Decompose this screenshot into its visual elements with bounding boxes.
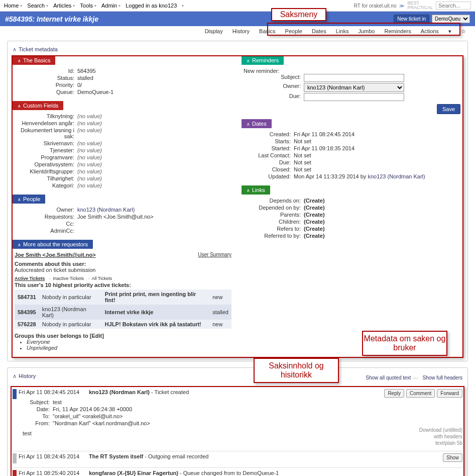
reply-button[interactable]: Reply (384, 389, 404, 398)
table-row[interactable]: 576228Nobody in particularHJLP! Bokstavn… (15, 320, 231, 329)
collapse-icon[interactable]: ∧ (13, 373, 17, 379)
entry-date: Fri Apr 11 08:24:45 2014 (19, 453, 89, 459)
link-create[interactable]: (Create) (304, 198, 325, 204)
cf-title: Custom Fields (23, 103, 58, 109)
collapse-icon[interactable]: ∧ (18, 242, 21, 247)
cf-label: Skrivernavn: (15, 140, 77, 146)
comment-button[interactable]: Comment (406, 389, 435, 398)
submenu-actions[interactable]: Actions (421, 28, 439, 34)
date-label: Last Contact: (244, 152, 294, 158)
download-meta: text/plain 5b (419, 440, 462, 446)
save-button[interactable]: Save (437, 104, 460, 114)
entry-color-bar (13, 389, 17, 399)
link-create[interactable]: (Create) (304, 226, 325, 232)
submenu-dates[interactable]: Dates (312, 28, 326, 34)
basics-title: The Basics (23, 57, 50, 63)
bestpractical-logo: BESTPRACTICAL (407, 1, 433, 10)
menu-articles[interactable]: Articles ▾ (53, 3, 75, 9)
label-owner: Owner: (15, 207, 77, 213)
reminder-due-input[interactable] (304, 93, 404, 101)
date-value: Fri Apr 11 09:18:35 2014 (294, 145, 460, 151)
history-entry: Fri Apr 11 08:24:45 2014 kno123 (Nordman… (13, 387, 462, 447)
menu-search[interactable]: Search ▾ (27, 3, 48, 9)
value-date: Fri, 11 Apr 2014 06:24:38 +0000 (53, 406, 462, 412)
download-headers-link[interactable]: with headers (434, 434, 462, 439)
show-quoted-link[interactable]: Show all quoted text (366, 375, 411, 380)
submenu-basics[interactable]: Basics (259, 28, 275, 34)
date-label: Updated: (244, 173, 294, 179)
ticket-submenu: Display History Basics People Dates Link… (0, 26, 475, 37)
link-create[interactable]: (Create) (304, 233, 325, 239)
link-create[interactable]: (Create) (304, 205, 325, 211)
link-create[interactable]: (Create) (304, 212, 325, 218)
star-icon[interactable]: ☆ (461, 28, 466, 35)
value-owner[interactable]: kno123 (Nordman Karl) (77, 207, 135, 213)
entry-actor: The RT System itself (89, 453, 143, 459)
collapse-icon[interactable]: ∧ (247, 188, 250, 193)
label-subject: Subject: (23, 399, 53, 405)
collapse-icon[interactable]: ∧ (13, 46, 17, 52)
menu-tools[interactable]: Tools ▾ (80, 3, 96, 9)
user-summary-link[interactable]: User Summary (198, 252, 231, 257)
collapse-icon[interactable]: ∧ (247, 122, 250, 127)
link-label: Children: (244, 219, 304, 225)
panel-title-history: History (19, 373, 36, 379)
download-link[interactable]: Download (untitled) (419, 427, 462, 433)
value-subject: test (53, 399, 462, 405)
reminders-title: Reminders (252, 57, 279, 63)
entry-actor[interactable]: kno123 (Nordman Karl) (89, 389, 150, 395)
reminders-box: ∧Reminders New reminder: Subject: Owner:… (242, 56, 462, 115)
collapse-icon[interactable]: ∧ (18, 197, 21, 202)
link-label: Referred to by: (244, 233, 304, 239)
label-from: From: (23, 420, 53, 426)
label-priority: Priority: (15, 82, 77, 88)
cf-label: Programvare: (15, 154, 77, 160)
tab-inactive-tickets[interactable]: Inactive Tickets (53, 276, 84, 281)
dates-title: Dates (252, 121, 267, 127)
forward-button[interactable]: Forward (437, 389, 462, 398)
show-button[interactable]: Show (443, 453, 462, 462)
date-value: Fri Apr 11 08:24:45 2014 (294, 131, 460, 137)
tab-active-tickets[interactable]: Active Tickets (15, 276, 45, 281)
reminder-subject-input[interactable] (304, 74, 404, 82)
list-item: Unprivileged (27, 345, 231, 351)
links-box: ∧Links Depends on:(Create)Depended on by… (242, 185, 462, 241)
collapse-icon[interactable]: ∧ (18, 104, 21, 109)
panel-title-metadata: Ticket metadata (19, 46, 58, 52)
entry-actor[interactable]: kongfarao (X-{$U} Einar Fagertun) (89, 470, 178, 476)
submenu-people[interactable]: People (285, 28, 302, 34)
new-reminder-label: New reminder: (244, 68, 460, 74)
show-headers-link[interactable]: Show full headers (423, 375, 463, 380)
value-id: 584395 (77, 68, 231, 74)
submenu-reminders[interactable]: Reminders (385, 28, 411, 34)
cf-value: (no value) (77, 175, 231, 181)
label-id: Id: (15, 68, 77, 74)
comments-label: Comments about this user: (15, 261, 86, 267)
global-search-input[interactable] (436, 2, 471, 10)
label-to: To: (23, 413, 53, 419)
requestor-link[interactable]: Joe Smith <Joe.Smith@uit.no> (15, 252, 96, 258)
collapse-icon[interactable]: ∧ (247, 58, 250, 63)
menu-admin[interactable]: Admin ▾ (101, 3, 121, 9)
submenu-display[interactable]: Display (205, 28, 223, 34)
custom-fields-box: ∧Custom Fields Tilknytning:(no value)Hen… (13, 101, 233, 191)
date-label: Closed: (244, 166, 294, 172)
table-row[interactable]: 584395kno123 (Nordman Karl)Internet virk… (15, 305, 231, 320)
date-label: Started: (244, 145, 294, 151)
submenu-history[interactable]: History (232, 28, 250, 34)
link-create[interactable]: (Create) (304, 219, 325, 225)
submenu-jumbo[interactable]: Jumbo (358, 28, 375, 34)
edit-groups-link[interactable]: [Edit] (90, 333, 104, 339)
reminder-owner-select[interactable]: kno123 (Nordman Karl) (304, 83, 404, 92)
top-menu: Home ▾ Search ▾ Articles ▾ Tools ▾ Admin… (0, 0, 475, 12)
menu-home[interactable]: Home ▾ (4, 3, 22, 9)
cf-value: (no value) (77, 140, 231, 146)
basics-box: ∧The Basics Id:584395 Status:stalled Pri… (13, 56, 233, 97)
label-queue: Queue: (15, 89, 77, 95)
queue-select[interactable]: DemoQueu (432, 15, 470, 23)
collapse-icon[interactable]: ∧ (18, 58, 21, 63)
submenu-links[interactable]: Links (336, 28, 349, 34)
new-ticket-button[interactable]: New ticket in (394, 15, 429, 23)
table-row[interactable]: 584731Nobody in particularPrint print pr… (15, 290, 231, 305)
tab-all-tickets[interactable]: All Tickets (91, 276, 112, 281)
